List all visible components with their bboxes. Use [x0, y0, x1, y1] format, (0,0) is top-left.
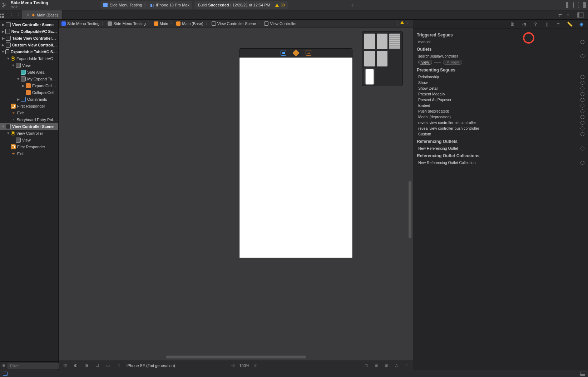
presenting-segue-row[interactable]: reveal view controller set controller — [413, 120, 588, 125]
zoom-in[interactable]: ＋⃝ — [253, 363, 259, 368]
canvas-hscroll[interactable] — [166, 356, 306, 358]
connections-inspector-tab[interactable]: ◉ — [578, 21, 584, 28]
connection-port[interactable] — [580, 115, 584, 119]
connection-port[interactable] — [580, 161, 584, 165]
disclosure-triangle[interactable] — [11, 64, 15, 67]
outline-row[interactable]: Storyboard Entry Poi… — [0, 116, 58, 123]
connection-port[interactable] — [580, 40, 584, 44]
connection-port[interactable] — [580, 75, 584, 79]
layout-rects-icon[interactable]: ◻ — [364, 363, 369, 368]
file-inspector-tab[interactable]: 🗎 — [509, 21, 516, 28]
terminal-icon[interactable] — [3, 372, 8, 376]
library-plus-button[interactable]: ＋ — [348, 1, 356, 9]
resolve-icon[interactable]: △ — [394, 363, 399, 368]
trait-a11y-icon[interactable]: ☐ — [94, 363, 100, 368]
minimap-selected-scene[interactable] — [364, 68, 375, 84]
outline-row[interactable]: Constraints — [0, 96, 58, 103]
minimap-scene[interactable] — [364, 51, 375, 66]
connection-port[interactable] — [580, 104, 584, 108]
view-controller-icon[interactable] — [281, 50, 286, 56]
disclosure-triangle[interactable] — [1, 43, 5, 47]
outline-row[interactable]: Expandable TableVC — [0, 55, 58, 62]
jumpbar-next[interactable]: 〉 — [406, 21, 410, 26]
ref-outlet-row[interactable]: New Referencing Outlet — [413, 145, 588, 151]
outline-row[interactable]: Expandable TableVC S… — [0, 48, 58, 55]
crumb-4[interactable]: View Controller Scene — [217, 21, 256, 26]
trait-a11y-large-icon[interactable]: ▭ — [105, 363, 111, 368]
embed-icon[interactable]: ⬚ — [404, 363, 409, 368]
outline-row[interactable]: View — [0, 137, 58, 143]
outline-filter-input[interactable] — [8, 363, 62, 369]
device-label[interactable]: iPhone SE (2nd generation) — [127, 363, 175, 368]
connection-port[interactable] — [580, 54, 584, 58]
filter-icon[interactable]: ⊕ — [2, 363, 5, 369]
presenting-segue-row[interactable]: Present Modally — [413, 91, 588, 97]
toggle-right-panel[interactable] — [578, 2, 586, 8]
jumpbar-prev[interactable]: 〈 — [394, 21, 398, 26]
disclosure-triangle[interactable] — [6, 57, 10, 60]
related-items-icon[interactable] — [0, 12, 4, 18]
outline-row[interactable]: View Controller Scene — [0, 123, 58, 130]
disclosure-triangle[interactable] — [1, 50, 5, 54]
zoom-out[interactable]: −⃝ — [230, 363, 236, 368]
jumpbar-warning-icon[interactable] — [400, 21, 404, 24]
crumb-5[interactable]: View Controller — [270, 21, 296, 26]
assistant-editor-icon[interactable] — [577, 12, 584, 18]
view-controller-view[interactable] — [239, 58, 352, 258]
presenting-segue-row[interactable]: Custom — [413, 131, 588, 137]
zoom-label[interactable]: 100% — [239, 363, 249, 368]
first-responder-icon[interactable] — [292, 49, 300, 56]
scene-dock[interactable] — [239, 48, 352, 58]
toggle-left-panel[interactable] — [566, 2, 574, 8]
outline-row[interactable]: Custom View Controll… — [0, 41, 58, 48]
ref-coll-row[interactable]: New Referencing Outlet Collection — [413, 160, 588, 165]
connection-port[interactable] — [580, 109, 584, 113]
help-inspector-tab[interactable]: ? — [532, 21, 539, 28]
connection-port[interactable] — [580, 127, 584, 130]
connection-port[interactable] — [580, 92, 584, 96]
disclosure-triangle[interactable] — [16, 77, 20, 81]
outline-row[interactable]: View Controller Scene — [0, 21, 58, 28]
disclosure-triangle[interactable] — [1, 23, 5, 26]
size-inspector-tab[interactable]: 📏 — [567, 21, 573, 28]
minimap-scene[interactable] — [389, 34, 400, 49]
connection-port[interactable] — [580, 121, 584, 125]
canvas-minimap[interactable] — [362, 31, 403, 86]
presenting-segue-row[interactable]: Show Detail — [413, 85, 588, 91]
tab-close[interactable]: ✕ — [26, 13, 30, 17]
outline-row[interactable]: My Expand Ta… — [0, 75, 58, 82]
outline-row[interactable]: CollapseCell — [0, 89, 58, 96]
connection-port[interactable] — [580, 81, 584, 85]
tab-main-storyboard[interactable]: ✕ ◆ Main (Base) — [22, 10, 63, 19]
minimap-scene[interactable] — [377, 34, 387, 49]
connection-port[interactable] — [580, 132, 584, 136]
minimap-scene[interactable] — [377, 51, 387, 66]
outline-row[interactable]: First Responder — [0, 143, 58, 150]
toggle-debug-area[interactable] — [580, 372, 585, 376]
disclosure-triangle[interactable] — [1, 30, 5, 33]
storyboard-canvas[interactable] — [59, 28, 413, 361]
exit-icon[interactable] — [306, 50, 311, 56]
adjust-editor-icon[interactable]: ⇄ — [558, 13, 562, 18]
connection-port[interactable] — [580, 98, 584, 102]
outline-row[interactable]: Table View Controller… — [0, 35, 58, 41]
presenting-segue-row[interactable]: Present As Popover — [413, 97, 588, 103]
editor-options-icon[interactable]: ≡ — [567, 13, 569, 18]
outline-row[interactable]: ExpandCell… — [0, 82, 58, 89]
presenting-segue-row[interactable]: Show — [413, 80, 588, 85]
outlet-row-connected[interactable]: view ✕ View — [413, 59, 588, 65]
history-inspector-tab[interactable]: ◔ — [521, 21, 527, 28]
disclosure-triangle[interactable] — [1, 36, 5, 40]
connection-port[interactable] — [580, 86, 584, 90]
trait-dark-icon[interactable]: ◐ — [73, 363, 79, 368]
minimap-scene[interactable] — [364, 34, 375, 49]
activity-status[interactable]: Build Succeeded | 12/28/21 at 12:54 PM 3… — [194, 1, 288, 9]
identity-inspector-tab[interactable]: ▯ — [544, 21, 550, 28]
pin-icon[interactable]: ⊞ — [384, 363, 389, 368]
disclosure-triangle[interactable] — [1, 125, 5, 128]
presenting-segue-row[interactable]: reveal view controller push controller — [413, 125, 588, 131]
crumb-3[interactable]: Main (Base) — [182, 21, 203, 26]
jump-bar[interactable]: Side Menu Testing 〉 Side Menu Testing 〉 … — [59, 20, 413, 28]
doc-outline-toggle-icon[interactable]: ▥ — [62, 363, 68, 368]
outlet-source-pill[interactable]: view — [418, 60, 432, 65]
